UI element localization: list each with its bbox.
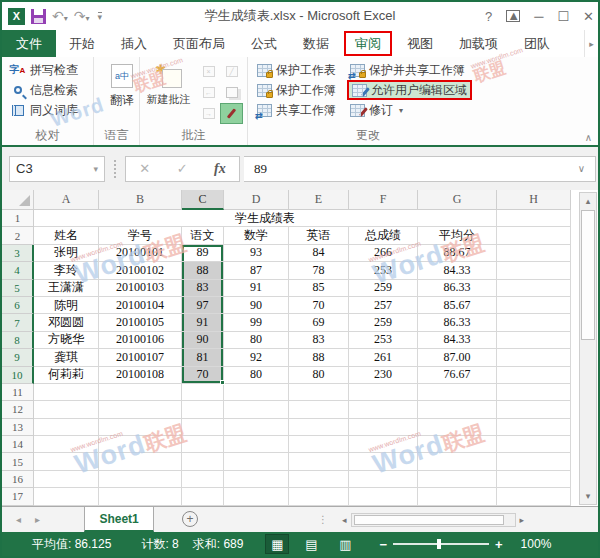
cell[interactable]: 91 bbox=[182, 314, 224, 331]
cell[interactable] bbox=[34, 419, 99, 436]
cell[interactable]: 259 bbox=[349, 280, 418, 297]
horizontal-scroll-track[interactable] bbox=[351, 513, 516, 527]
delete-comment-button[interactable]: × bbox=[197, 61, 220, 82]
cell[interactable] bbox=[497, 349, 571, 366]
column-header-G[interactable]: G bbox=[418, 190, 497, 210]
cell[interactable] bbox=[497, 488, 571, 505]
cell[interactable] bbox=[289, 401, 349, 418]
cell[interactable] bbox=[99, 436, 182, 453]
cell[interactable] bbox=[224, 401, 289, 418]
cell[interactable]: 姓名 bbox=[34, 227, 99, 244]
cell[interactable]: 86.33 bbox=[418, 314, 497, 331]
page-break-view-button[interactable]: ▥ bbox=[333, 534, 357, 554]
cell[interactable]: 数学 bbox=[224, 227, 289, 244]
cell[interactable]: 84.33 bbox=[418, 262, 497, 279]
cell[interactable]: 20100102 bbox=[99, 262, 182, 279]
cell[interactable] bbox=[497, 419, 571, 436]
protect-sheet-button[interactable]: 保护工作表 bbox=[254, 60, 339, 80]
row-header-8[interactable]: 8 bbox=[2, 332, 34, 349]
horizontal-scrollbar[interactable]: ◂ ▸ bbox=[338, 513, 528, 527]
cell[interactable] bbox=[418, 471, 497, 488]
tab-file[interactable]: 文件 bbox=[2, 30, 56, 57]
cell[interactable] bbox=[349, 488, 418, 505]
cell[interactable]: 龚琪 bbox=[34, 349, 99, 366]
cell[interactable] bbox=[182, 419, 224, 436]
cell[interactable]: 99 bbox=[224, 314, 289, 331]
name-box-dropdown-icon[interactable]: ▾ bbox=[93, 164, 98, 174]
cell[interactable]: 85 bbox=[289, 280, 349, 297]
cell[interactable] bbox=[418, 453, 497, 470]
cell[interactable]: 93 bbox=[224, 245, 289, 262]
cell[interactable]: 89 bbox=[182, 245, 224, 262]
cell[interactable] bbox=[418, 488, 497, 505]
cell[interactable]: 230 bbox=[349, 367, 418, 384]
row-header-4[interactable]: 4 bbox=[2, 262, 34, 279]
next-sheet-icon[interactable]: ▸ bbox=[35, 514, 40, 525]
cell[interactable] bbox=[224, 453, 289, 470]
protect-share-workbook-button[interactable]: ⇄ 保护并共享工作簿 bbox=[347, 60, 472, 80]
cell[interactable] bbox=[289, 488, 349, 505]
cell[interactable]: 85.67 bbox=[418, 297, 497, 314]
row-header-2[interactable]: 2 bbox=[2, 227, 34, 244]
row-header-6[interactable]: 6 bbox=[2, 297, 34, 314]
cell[interactable]: 84 bbox=[289, 245, 349, 262]
cell[interactable] bbox=[289, 436, 349, 453]
cell[interactable]: 83 bbox=[182, 280, 224, 297]
cell[interactable]: 20100105 bbox=[99, 314, 182, 331]
tab-overflow-icon[interactable]: ▸ bbox=[584, 30, 598, 57]
cell[interactable]: 90 bbox=[182, 332, 224, 349]
cell[interactable]: 70 bbox=[182, 367, 224, 384]
cell[interactable]: 平均分 bbox=[418, 227, 497, 244]
cell[interactable]: 20100108 bbox=[99, 367, 182, 384]
cell[interactable] bbox=[182, 488, 224, 505]
tab-team[interactable]: 团队 bbox=[511, 30, 563, 57]
column-header-A[interactable]: A bbox=[34, 190, 99, 210]
scroll-up-icon[interactable]: ▴ bbox=[586, 193, 591, 209]
cell[interactable]: 80 bbox=[224, 332, 289, 349]
cell[interactable]: 总成绩 bbox=[349, 227, 418, 244]
cell[interactable] bbox=[418, 436, 497, 453]
scroll-left-icon[interactable]: ◂ bbox=[338, 515, 351, 525]
scroll-down-icon[interactable]: ▾ bbox=[586, 488, 591, 504]
cell[interactable]: 87 bbox=[224, 262, 289, 279]
zoom-slider-thumb[interactable] bbox=[437, 539, 441, 549]
close-button[interactable]: ✕ bbox=[583, 9, 594, 24]
research-button[interactable]: 信息检索 bbox=[6, 80, 89, 100]
cell[interactable] bbox=[497, 367, 571, 384]
cell[interactable] bbox=[224, 488, 289, 505]
cell[interactable] bbox=[182, 453, 224, 470]
cell[interactable]: 78 bbox=[289, 262, 349, 279]
tab-formulas[interactable]: 公式 bbox=[238, 30, 290, 57]
cell[interactable]: 69 bbox=[289, 314, 349, 331]
row-header-16[interactable]: 16 bbox=[2, 471, 34, 488]
cell[interactable] bbox=[349, 453, 418, 470]
undo-button[interactable]: ↶▾ bbox=[52, 8, 68, 24]
cell[interactable] bbox=[349, 436, 418, 453]
cell[interactable]: 20100107 bbox=[99, 349, 182, 366]
cell[interactable]: 王潇潇 bbox=[34, 280, 99, 297]
column-header-B[interactable]: B bbox=[99, 190, 182, 210]
name-box[interactable]: C3 ▾ bbox=[9, 156, 105, 182]
cell[interactable]: 83 bbox=[289, 332, 349, 349]
cell[interactable] bbox=[182, 471, 224, 488]
cell[interactable]: 英语 bbox=[289, 227, 349, 244]
cell[interactable] bbox=[418, 419, 497, 436]
cell[interactable]: 20100103 bbox=[99, 280, 182, 297]
cell[interactable]: 92 bbox=[224, 349, 289, 366]
new-sheet-button[interactable]: + bbox=[182, 511, 198, 527]
translate-button[interactable]: a中 翻译 bbox=[98, 60, 146, 109]
cell[interactable] bbox=[34, 471, 99, 488]
tab-view[interactable]: 视图 bbox=[394, 30, 446, 57]
qat-customize-button[interactable]: ▾ bbox=[98, 12, 103, 21]
tab-insert[interactable]: 插入 bbox=[108, 30, 160, 57]
cell[interactable]: 88 bbox=[182, 262, 224, 279]
row-header-1[interactable]: 1 bbox=[2, 210, 34, 227]
cell[interactable] bbox=[497, 314, 571, 331]
cell[interactable]: 张明 bbox=[34, 245, 99, 262]
cell[interactable] bbox=[182, 401, 224, 418]
cell[interactable] bbox=[99, 419, 182, 436]
column-header-D[interactable]: D bbox=[224, 190, 289, 210]
cell[interactable] bbox=[34, 384, 99, 401]
zoom-slider[interactable] bbox=[393, 543, 489, 545]
cell[interactable] bbox=[497, 210, 571, 227]
